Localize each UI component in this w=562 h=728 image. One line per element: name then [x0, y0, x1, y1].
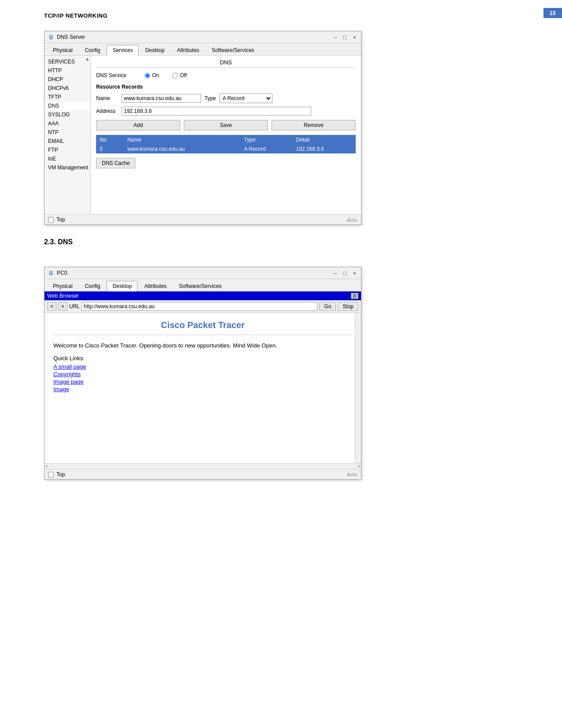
- pc0-top-checkbox[interactable]: [48, 472, 54, 478]
- tab-software-services[interactable]: Software/Services: [206, 45, 260, 55]
- browser-url-input[interactable]: [82, 302, 317, 311]
- pc0-tab-bar: Physical Config Desktop Attributes Softw…: [45, 279, 361, 291]
- sidebar-item-dhcp[interactable]: DHCP: [45, 75, 90, 84]
- dns-on-radio[interactable]: [145, 73, 150, 78]
- browser-scrollbar-bottom[interactable]: < >: [45, 463, 361, 469]
- tab-attributes-pc0[interactable]: Attributes: [138, 281, 172, 291]
- pc0-window-icon: 🖥: [48, 269, 54, 276]
- dns-main-panel: DNS DNS Service On Off Resource Records: [91, 56, 361, 214]
- browser-content-area: Cisco Packet Tracer Welcome to Cisco Pac…: [45, 313, 361, 463]
- browser-link-image[interactable]: Image: [53, 386, 352, 392]
- tab-physical[interactable]: Physical: [47, 45, 78, 55]
- dns-window-title-text: DNS Server: [57, 34, 85, 40]
- dns-row-no: 0: [96, 145, 124, 153]
- browser-go-btn[interactable]: Go: [319, 302, 336, 311]
- page-number: 15: [543, 8, 562, 18]
- dns-radio-on[interactable]: On: [145, 72, 159, 78]
- sidebar-item-tftp[interactable]: TFTP: [45, 93, 90, 101]
- dns-window-controls: – □ ×: [332, 34, 357, 41]
- browser-site-title: Cisco Packet Tracer: [53, 320, 352, 335]
- dns-address-row: Address: [96, 107, 356, 116]
- dns-minimize-btn[interactable]: –: [332, 34, 338, 41]
- pc0-maximize-btn[interactable]: □: [342, 270, 348, 276]
- dns-add-btn[interactable]: Add: [96, 120, 180, 131]
- dns-name-label: Name: [96, 95, 118, 101]
- sidebar-item-aaa[interactable]: AAA: [45, 119, 90, 128]
- tab-software-services-pc0[interactable]: Software/Services: [173, 281, 227, 291]
- pc0-titlebar: 🖥 PC0 – □ ×: [45, 267, 361, 279]
- dns-sidebar: ▲ SERVICES HTTP DHCP DHCPv6 TFTP DNS SYS…: [45, 56, 91, 214]
- tab-physical-pc0[interactable]: Physical: [47, 281, 78, 291]
- sidebar-item-ftp[interactable]: FTP: [45, 146, 90, 154]
- sidebar-item-vm-management[interactable]: VM Management: [45, 163, 90, 172]
- sidebar-scroll-indicator: ▲: [85, 56, 89, 61]
- sidebar-item-http[interactable]: HTTP: [45, 66, 90, 75]
- browser-back-btn[interactable]: <: [47, 302, 56, 311]
- sidebar-item-dns[interactable]: DNS: [45, 101, 90, 110]
- browser-scrollbar-right[interactable]: [355, 313, 361, 463]
- browser-url-label: URL: [69, 303, 80, 310]
- sidebar-item-syslog[interactable]: SYSLOG: [45, 110, 90, 119]
- dns-panel-title: DNS: [96, 59, 356, 68]
- resource-records-label: Resource Records: [96, 84, 356, 90]
- dns-window-icon: 🖥: [48, 34, 54, 41]
- dns-btn-row: Add Save Remove: [96, 120, 356, 131]
- dns-off-label: Off: [180, 72, 187, 78]
- dns-table-header-detail: Detail: [293, 135, 356, 145]
- dns-titlebar: 🖥 DNS Server – □ ×: [45, 31, 361, 43]
- dns-cache-btn[interactable]: DNS Cache: [96, 158, 135, 168]
- tab-attributes[interactable]: Attributes: [171, 45, 205, 55]
- dns-close-btn[interactable]: ×: [351, 34, 357, 41]
- sidebar-item-email[interactable]: EMAIL: [45, 137, 90, 146]
- section-23-heading: 2.3. DNS: [44, 238, 73, 246]
- dns-type-select[interactable]: A Record AAAA Record CNAME Record NS Rec…: [220, 93, 272, 103]
- scroll-left-arrow[interactable]: <: [45, 464, 48, 469]
- web-browser-titlebar: Web Browser X: [45, 291, 361, 300]
- dns-top-label: Top: [56, 217, 65, 223]
- page-title: TCP/IP NETWORKING: [44, 12, 108, 19]
- sidebar-item-dhcpv6[interactable]: DHCPv6: [45, 84, 90, 93]
- dns-table-header-no: No.: [96, 135, 124, 145]
- pc0-minimize-btn[interactable]: –: [332, 270, 338, 276]
- table-row[interactable]: 0 www.kumara.csu.edu.au A Record 192.168…: [96, 145, 356, 153]
- web-browser-label: Web Browser: [47, 293, 79, 299]
- browser-link-image-page[interactable]: Image page: [53, 378, 352, 385]
- tab-desktop-pc0[interactable]: Desktop: [107, 281, 138, 291]
- dns-radio-group: On Off: [145, 72, 187, 78]
- tab-services[interactable]: Services: [107, 45, 138, 56]
- pc0-close-btn[interactable]: ×: [351, 270, 357, 276]
- dns-tab-bar: Physical Config Services Desktop Attribu…: [45, 43, 361, 56]
- dns-row-type: A Record: [241, 145, 293, 153]
- dns-type-label: Type: [205, 95, 216, 101]
- dns-radio-off[interactable]: Off: [172, 72, 187, 78]
- dns-server-window: 🖥 DNS Server – □ × Physical Config Servi…: [44, 31, 361, 225]
- browser-nav-row: < > URL Go Stop: [45, 300, 361, 313]
- browser-link-copyrights[interactable]: Copyrights: [53, 371, 352, 377]
- browser-link-small-page[interactable]: A small page: [53, 363, 352, 370]
- browser-welcome-text: Welcome to Cisco Packet Tracer. Opening …: [53, 342, 352, 349]
- tab-config-pc0[interactable]: Config: [79, 281, 106, 291]
- tab-config[interactable]: Config: [79, 45, 106, 55]
- sidebar-item-services[interactable]: SERVICES: [45, 57, 90, 66]
- browser-forward-btn[interactable]: >: [58, 302, 67, 311]
- dns-address-input[interactable]: [122, 107, 311, 116]
- tab-desktop[interactable]: Desktop: [139, 45, 170, 55]
- sidebar-item-ntp[interactable]: NTP: [45, 128, 90, 137]
- dns-remove-btn[interactable]: Remove: [272, 120, 356, 131]
- dns-off-radio[interactable]: [172, 73, 178, 78]
- dns-table-header-type: Type: [241, 135, 293, 145]
- browser-stop-btn[interactable]: Stop: [338, 302, 358, 311]
- dns-name-input[interactable]: [122, 94, 201, 103]
- scroll-right-arrow[interactable]: >: [357, 464, 360, 469]
- pc0-activ-label: Activ: [347, 472, 357, 477]
- dns-save-btn[interactable]: Save: [184, 120, 268, 131]
- pc0-window-controls: – □ ×: [332, 270, 357, 276]
- dns-table-header-name: Name: [124, 135, 241, 145]
- pc0-window-title: 🖥 PC0: [48, 269, 67, 276]
- web-browser-close-btn[interactable]: X: [351, 293, 358, 299]
- dns-maximize-btn[interactable]: □: [342, 34, 348, 41]
- dns-window-title: 🖥 DNS Server: [48, 34, 85, 41]
- sidebar-item-ioe[interactable]: IoE: [45, 154, 90, 163]
- dns-row-name: www.kumara.csu.edu.au: [124, 145, 241, 153]
- dns-top-checkbox[interactable]: [48, 217, 54, 223]
